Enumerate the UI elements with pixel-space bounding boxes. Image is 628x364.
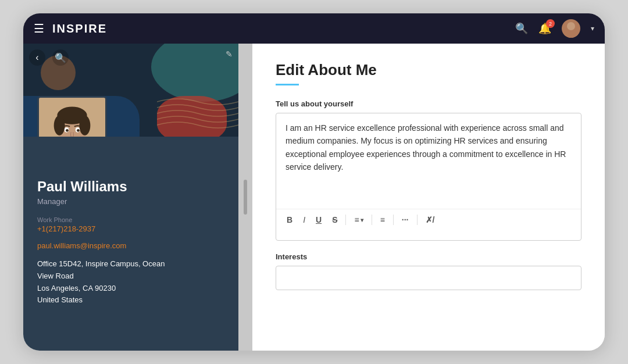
interests-label: Interests [276, 252, 581, 261]
notification-badge: 2 [546, 19, 555, 28]
rich-toolbar: B I U S ≡ ▾ ≡ ··· ✗/ [276, 209, 581, 230]
spellcheck-button[interactable]: ✗/ [423, 214, 437, 226]
svg-point-8 [54, 116, 65, 135]
toolbar-sep-2 [372, 215, 372, 225]
profile-controls: ‹ 🔍 [29, 49, 69, 66]
scroll-divider [238, 44, 252, 351]
profile-photo [37, 96, 107, 137]
italic-button[interactable]: I [301, 214, 308, 226]
edit-panel: Edit About Me Tell us about yourself I a… [252, 44, 605, 351]
interests-input[interactable] [276, 266, 581, 290]
email-field: paul.williams@inspire.com [37, 241, 224, 250]
email-value: paul.williams@inspire.com [37, 241, 224, 250]
search-icon[interactable]: 🔍 [515, 22, 528, 35]
notifications-bell-icon[interactable]: 🔔 2 [538, 22, 551, 35]
align-button[interactable]: ≡ ▾ [352, 214, 365, 226]
search-button[interactable]: 🔍 [52, 49, 69, 66]
svg-point-1 [564, 31, 578, 38]
toolbar-sep-3 [393, 215, 394, 225]
nav-right: 🔍 🔔 2 ▾ [515, 19, 594, 38]
profile-panel: ‹ 🔍 ✎ [23, 44, 238, 351]
edit-panel-title: Edit About Me [276, 61, 581, 79]
profile-avatar-container [37, 96, 107, 137]
work-phone-field: Work Phone +1(217)218-2937 [37, 216, 224, 233]
top-nav: ☰ INSPIRE 🔍 🔔 2 ▾ [23, 13, 605, 44]
toolbar-sep-1 [345, 215, 346, 225]
underline-button[interactable]: U [313, 214, 324, 226]
address-field: Office 15D42, Inspire Campus, Ocean View… [37, 258, 224, 306]
svg-point-13 [77, 129, 80, 132]
user-avatar[interactable] [562, 19, 580, 38]
hamburger-icon[interactable]: ☰ [34, 22, 44, 35]
scroll-thumb[interactable] [244, 180, 247, 215]
profile-name: Paul Williams [37, 179, 224, 195]
avatar-chevron-icon[interactable]: ▾ [591, 24, 594, 33]
app-logo: INSPIRE [52, 22, 515, 35]
main-content: ‹ 🔍 ✎ [23, 44, 605, 351]
strikethrough-button[interactable]: S [330, 214, 340, 226]
bold-button[interactable]: B [284, 214, 295, 226]
profile-info: Paul Williams Manager Work Phone +1(217)… [23, 179, 238, 351]
address-value: Office 15D42, Inspire Campus, Ocean View… [37, 258, 224, 306]
more-button[interactable]: ··· [399, 214, 411, 226]
tell-us-label: Tell us about yourself [276, 99, 581, 108]
svg-point-12 [66, 129, 69, 132]
work-phone-value: +1(217)218-2937 [37, 224, 224, 233]
toolbar-sep-4 [417, 215, 418, 225]
profile-job-title: Manager [37, 197, 224, 206]
back-button[interactable]: ‹ [29, 49, 45, 66]
edit-profile-icon[interactable]: ✎ [226, 49, 233, 59]
profile-header-bg: ‹ 🔍 ✎ [23, 44, 238, 137]
about-me-text[interactable]: I am an HR service excellence profession… [276, 113, 581, 209]
work-phone-label: Work Phone [37, 216, 224, 223]
about-me-editor[interactable]: I am an HR service excellence profession… [276, 113, 581, 241]
svg-point-9 [79, 116, 90, 135]
device-frame: ☰ INSPIRE 🔍 🔔 2 ▾ [23, 13, 605, 351]
title-divider [276, 84, 299, 85]
list-button[interactable]: ≡ [378, 214, 387, 226]
svg-point-0 [567, 22, 575, 30]
